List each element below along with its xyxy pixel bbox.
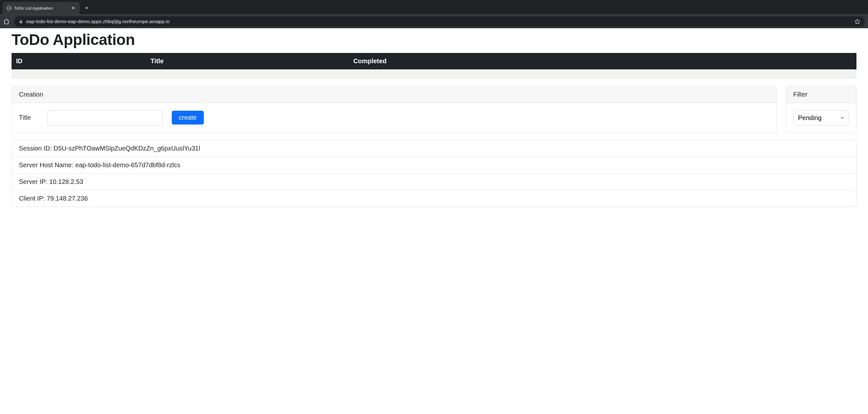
- creation-header: Creation: [12, 86, 776, 103]
- session-id-value: D5U-szPhTOawMSlpZueQdKDzZn_g6pxUuslYu31l: [54, 145, 200, 152]
- bookmark-star-icon[interactable]: [855, 19, 860, 24]
- filter-card: Filter Pending: [786, 86, 857, 133]
- server-info-list: Session ID: D5U-szPhTOawMSlpZueQdKDzZn_g…: [11, 140, 857, 207]
- tab-title: ToDo List Application: [14, 6, 68, 10]
- server-host-value: eap-todo-list-demo-657d7dbf8d-rzlcs: [75, 161, 180, 168]
- url-field[interactable]: eap-todo-list-demo-eap-demo.apps.zhbq0ji…: [14, 17, 865, 27]
- client-ip-value: 79.148.27.236: [47, 195, 88, 202]
- address-bar: eap-todo-list-demo-eap-demo.apps.zhbq0ji…: [0, 14, 868, 28]
- col-title: Title: [147, 53, 349, 70]
- tab-bar: ToDo List Application ✕ +: [0, 0, 868, 14]
- server-host-row: Server Host Name: eap-todo-list-demo-657…: [12, 157, 856, 173]
- svg-marker-0: [855, 19, 860, 24]
- browser-tab[interactable]: ToDo List Application ✕: [3, 2, 80, 14]
- session-id-row: Session ID: D5U-szPhTOawMSlpZueQdKDzZn_g…: [12, 140, 856, 157]
- lock-icon: [19, 19, 23, 24]
- title-label: Title: [19, 114, 38, 121]
- server-ip-row: Server IP: 10.128.2.53: [12, 173, 856, 190]
- client-ip-label: Client IP:: [19, 195, 45, 202]
- title-input[interactable]: [47, 110, 163, 126]
- session-id-label: Session ID:: [19, 145, 52, 152]
- new-tab-button[interactable]: +: [82, 3, 91, 12]
- client-ip-row: Client IP: 79.148.27.236: [12, 190, 856, 207]
- url-text: eap-todo-list-demo-eap-demo.apps.zhbq0ji…: [26, 19, 851, 24]
- page-title: ToDo Application: [11, 31, 857, 49]
- col-id: ID: [11, 53, 147, 70]
- server-ip-label: Server IP:: [19, 178, 48, 185]
- server-host-label: Server Host Name:: [19, 161, 73, 168]
- globe-icon: [6, 5, 11, 10]
- close-tab-icon[interactable]: ✕: [71, 5, 76, 10]
- col-completed: Completed: [349, 53, 857, 70]
- creation-form: Title create: [19, 110, 770, 126]
- table-empty-row: [11, 70, 857, 78]
- browser-chrome: ToDo List Application ✕ + eap-todo-list-…: [0, 0, 868, 28]
- todo-table: ID Title Completed: [11, 53, 857, 78]
- server-ip-value: 10.128.2.53: [49, 178, 83, 185]
- filter-select[interactable]: Pending: [793, 110, 849, 126]
- home-icon[interactable]: [3, 18, 10, 25]
- page-content: ToDo Application ID Title Completed Crea…: [0, 31, 868, 219]
- filter-header: Filter: [786, 86, 856, 103]
- create-button[interactable]: create: [172, 111, 204, 125]
- creation-card: Creation Title create: [11, 86, 777, 133]
- table-header-row: ID Title Completed: [11, 53, 857, 70]
